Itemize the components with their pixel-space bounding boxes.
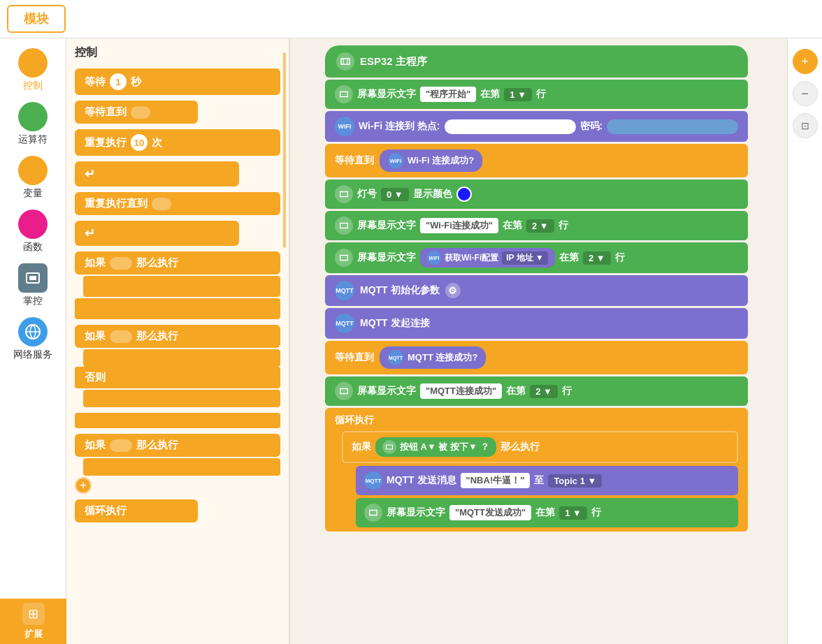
screen-ip-row-dropdown[interactable]: 2 ▼ xyxy=(583,251,611,265)
if-btn-block[interactable]: 如果 按钮 A▼ 被 按下▼ ？ 那么执行 xyxy=(342,431,738,463)
block-if-then1[interactable]: 如果 那么执行 xyxy=(75,251,280,275)
sidebar-label-network: 网络服务 xyxy=(13,349,52,361)
sidebar-item-operators[interactable]: 运算符 xyxy=(0,98,66,150)
screen-ip-row: 行 xyxy=(615,251,625,264)
screen-send-block[interactable]: 屏幕显示文字 "MQTT发送成功" 在第 1 ▼ 行 xyxy=(356,498,738,527)
led-show-block[interactable]: 灯号 0 ▼ 显示颜色 xyxy=(325,180,748,209)
wait-mqtt-block[interactable]: 等待直到 MQTT MQTT 连接成功? xyxy=(325,341,748,374)
block-if-body2 xyxy=(83,349,280,367)
expand-label: 扩展 xyxy=(24,628,43,641)
btn-sub: 按钮 A▼ 被 按下▼ ？ xyxy=(375,437,496,457)
then-label2: 那么执行 xyxy=(136,330,178,343)
wait-wifi-block[interactable]: 等待直到 WIFI Wi-Fi 连接成功? xyxy=(325,144,748,177)
wifi-ssid-input[interactable] xyxy=(445,119,576,134)
block-repeat[interactable]: 重复执行 10 次 xyxy=(75,129,280,156)
control-circle xyxy=(18,48,48,78)
screen-wifi-text1: 屏幕显示文字 xyxy=(357,219,416,232)
block-loop[interactable]: 循环执行 xyxy=(75,499,198,522)
if-label1: 如果 xyxy=(85,256,106,270)
block-if-then2[interactable]: 如果 那么执行 xyxy=(75,325,280,348)
module-tab[interactable]: 模块 xyxy=(7,5,66,33)
wifi-password-input[interactable] xyxy=(607,119,738,134)
screen-send-icon xyxy=(364,504,382,522)
mqtt-connect-block[interactable]: MQTT MQTT 发起连接 xyxy=(325,308,748,339)
sidebar-item-control[interactable]: 控制 xyxy=(0,44,66,96)
sidebar: 控制 运算符 变量 函数 掌控 网络服务 ⊞ 扩展 xyxy=(0,38,66,644)
expand-button[interactable]: ⊞ 扩展 xyxy=(0,599,66,644)
block-plus-container: + xyxy=(75,477,280,494)
sidebar-item-variables[interactable]: 变量 xyxy=(0,152,66,204)
block-repeat-body[interactable]: ↵ xyxy=(75,161,239,186)
block-if-then3[interactable]: 如果 那么执行 xyxy=(75,434,280,457)
screen-mqtt-row: 行 xyxy=(562,385,572,397)
mqtt-send-to: 至 xyxy=(534,474,544,487)
mqtt-init-text: MQTT 初始化参数 xyxy=(360,284,440,297)
screen-mqtt-block[interactable]: 屏幕显示文字 "MQTT连接成功" 在第 2 ▼ 行 xyxy=(325,376,748,406)
mqtt-topic-dropdown[interactable]: Topic 1 ▼ xyxy=(548,474,602,488)
else-label: 否则 xyxy=(85,371,106,384)
mqtt-icon-3: MQTT xyxy=(388,350,403,365)
screen-start-row-dropdown[interactable]: 1 ▼ xyxy=(504,88,532,101)
block-repeat-until[interactable]: 重复执行直到 xyxy=(75,192,280,215)
screen-mqtt-icon xyxy=(335,382,353,400)
sidebar-item-functions[interactable]: 函数 xyxy=(0,205,66,258)
mqtt-init-gear-icon[interactable]: ⚙ xyxy=(445,283,461,298)
loop-block[interactable]: 循环执行 如果 按钮 A▼ 被 按下▼ ？ 那么执行 MQTT xyxy=(325,408,748,532)
ip-addr-dropdown[interactable]: IP 地址 ▼ xyxy=(502,251,548,265)
screen-wifi-in: 在第 xyxy=(503,219,522,232)
block-if-bottom2 xyxy=(75,413,280,428)
screen-mqtt-row-dropdown[interactable]: 2 ▼ xyxy=(530,385,558,398)
zoom-out-button[interactable]: − xyxy=(793,81,818,106)
wait-mqtt-text: 等待直到 xyxy=(335,351,374,364)
screen-send-row-dropdown[interactable]: 1 ▼ xyxy=(559,506,587,520)
screen-wifi-string: "Wi-Fi连接成功" xyxy=(420,218,498,233)
wifi-success-sub: WIFI Wi-Fi 连接成功? xyxy=(380,149,482,172)
return-arrow-icon2: ↵ xyxy=(85,226,95,241)
screen-mqtt-text1: 屏幕显示文字 xyxy=(357,385,416,397)
svg-rect-1 xyxy=(29,276,36,280)
screen-wifi-row-dropdown[interactable]: 2 ▼ xyxy=(526,219,554,233)
screen-start-string: "程序开始" xyxy=(420,87,476,102)
right-panel: + − ⊡ xyxy=(787,38,822,644)
block-wait-sec[interactable]: 等待 1 秒 xyxy=(75,68,280,95)
screen-show-start-block[interactable]: 屏幕显示文字 "程序开始" 在第 1 ▼ 行 xyxy=(325,80,748,109)
block-repeat-until-body[interactable]: ↵ xyxy=(75,221,239,246)
fit-button[interactable]: ⊡ xyxy=(793,113,818,138)
led-color-dot[interactable] xyxy=(456,186,472,202)
led-num-dropdown[interactable]: 0 ▼ xyxy=(381,188,409,201)
sidebar-item-network[interactable]: 网络服务 xyxy=(0,313,66,365)
return-arrow-icon: ↵ xyxy=(85,166,95,182)
block-wait-until-slot xyxy=(131,106,150,119)
screen-start-row: 行 xyxy=(536,88,546,101)
zoom-in-button[interactable]: + xyxy=(793,49,818,74)
code-area: ESP32 主程序 屏幕显示文字 "程序开始" 在第 1 ▼ 行 WIFI Wi… xyxy=(325,45,748,532)
led-text2: 显示颜色 xyxy=(413,188,452,200)
if-slot1 xyxy=(110,257,132,270)
plus-button[interactable]: + xyxy=(75,477,92,494)
screen-wifi-block[interactable]: 屏幕显示文字 "Wi-Fi连接成功" 在第 2 ▼ 行 xyxy=(325,211,748,240)
block-else[interactable]: 否则 xyxy=(75,367,280,388)
board-icon xyxy=(18,263,48,293)
mqtt-success-text: MQTT 连接成功? xyxy=(408,351,477,364)
sidebar-label-variables: 变量 xyxy=(23,187,43,200)
palette: 控制 等待 1 秒 等待直到 重复执行 10 次 ↵ 重复执行直到 ↵ 如果 那… xyxy=(66,38,290,644)
screen-send-in: 在第 xyxy=(535,506,555,519)
block-if-body3 xyxy=(83,458,280,476)
mqtt-send-text1: MQTT 发送消息 xyxy=(387,474,456,487)
wifi-connect-block[interactable]: WIFI Wi-Fi 连接到 热点: 密码: xyxy=(325,111,748,142)
block-wait-until[interactable]: 等待直到 xyxy=(75,101,198,124)
sidebar-item-board[interactable]: 掌控 xyxy=(0,259,66,312)
screen-wifi-row: 行 xyxy=(558,219,568,232)
mqtt-init-block[interactable]: MQTT MQTT 初始化参数 ⚙ xyxy=(325,275,748,306)
mqtt-send-block[interactable]: MQTT MQTT 发送消息 "NBA!牛逼！" 至 Topic 1 ▼ xyxy=(356,466,738,495)
esp32-main-block[interactable]: ESP32 主程序 xyxy=(325,45,748,78)
mqtt-send-string: "NBA!牛逼！" xyxy=(461,473,531,488)
screen-mqtt-in: 在第 xyxy=(506,385,526,397)
screen-ip-in: 在第 xyxy=(559,251,579,264)
screen-mqtt-string: "MQTT连接成功" xyxy=(420,383,502,399)
mqtt-icon-1: MQTT xyxy=(335,281,354,300)
wifi-config-sub: WIFI 获取Wi-Fi配置 IP 地址 ▼ xyxy=(420,248,555,268)
screen-ip-block[interactable]: 屏幕显示文字 WIFI 获取Wi-Fi配置 IP 地址 ▼ 在第 2 ▼ 行 xyxy=(325,242,748,273)
loop-text: 循环执行 xyxy=(335,414,374,425)
if-btn-text1: 如果 xyxy=(352,441,371,453)
